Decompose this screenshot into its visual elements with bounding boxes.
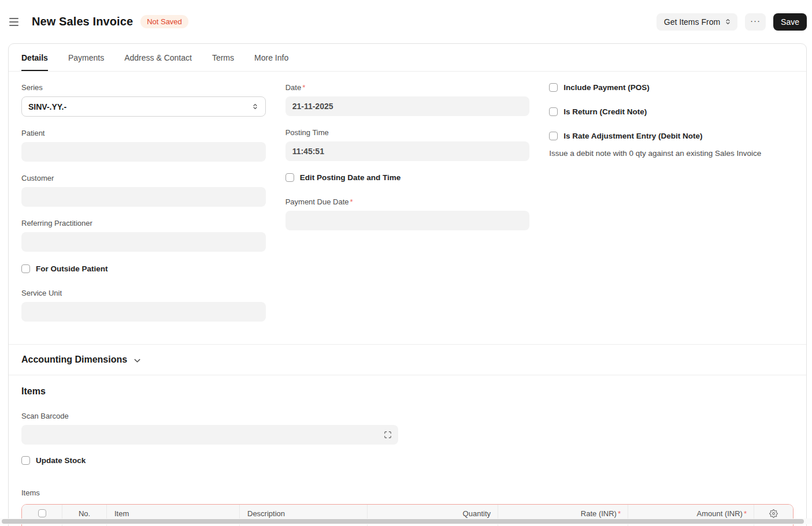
include-payment-pos-row[interactable]: Include Payment (POS) <box>549 83 794 92</box>
edit-posting-label: Edit Posting Date and Time <box>300 173 401 182</box>
form-column-3: Include Payment (POS) Is Return (Credit … <box>549 83 794 334</box>
required-marker: * <box>302 83 305 92</box>
posting-time-field: Posting Time <box>286 128 530 161</box>
patient-input[interactable] <box>21 142 266 162</box>
is-return-label: Is Return (Credit Note) <box>563 107 647 116</box>
scan-barcode-wrap <box>21 425 398 445</box>
posting-time-input[interactable] <box>286 141 530 161</box>
is-rate-adjustment-label: Is Rate Adjustment Entry (Debit Note) <box>563 132 702 140</box>
tab-details[interactable]: Details <box>21 44 48 71</box>
customer-input[interactable] <box>21 187 266 207</box>
series-select[interactable]: SINV-.YY.- <box>21 96 266 117</box>
for-outside-patient-row[interactable]: For Outside Patient <box>21 264 266 273</box>
tab-bar: Details Payments Address & Contact Terms… <box>9 44 806 72</box>
column-header-rate-text: Rate (INR) <box>581 509 617 518</box>
required-marker: * <box>618 509 621 518</box>
customer-field: Customer <box>21 174 266 207</box>
is-return-checkbox[interactable] <box>549 107 558 116</box>
include-payment-pos-label: Include Payment (POS) <box>563 83 650 92</box>
accounting-dimensions-heading: Accounting Dimensions <box>21 355 127 365</box>
payment-due-date-input[interactable] <box>286 211 530 230</box>
tab-terms[interactable]: Terms <box>212 44 234 71</box>
series-label: Series <box>21 83 266 92</box>
update-stock-checkbox[interactable] <box>21 456 30 465</box>
horizontal-scrollbar[interactable] <box>0 518 812 524</box>
select-all-checkbox[interactable] <box>38 509 46 517</box>
scan-icon <box>384 431 392 439</box>
date-label-text: Date <box>286 83 301 92</box>
save-button[interactable]: Save <box>773 13 807 31</box>
payment-due-date-label: Payment Due Date* <box>286 197 530 206</box>
column-header-amount-text: Amount (INR) <box>696 509 742 518</box>
edit-posting-checkbox[interactable] <box>286 173 294 182</box>
items-section: Items Scan Barcode Update Stock Items <box>9 375 806 526</box>
page-title: New Sales Invoice <box>32 15 133 28</box>
more-options-button[interactable]: ··· <box>745 13 766 31</box>
patient-label: Patient <box>21 129 266 137</box>
required-marker: * <box>744 509 747 518</box>
date-field: Date* <box>286 83 530 116</box>
series-field: Series SINV-.YY.- <box>21 83 266 117</box>
details-form: Series SINV-.YY.- Patient Customer Refer… <box>9 72 806 344</box>
update-stock-row[interactable]: Update Stock <box>21 456 794 465</box>
accounting-dimensions-section[interactable]: Accounting Dimensions <box>9 345 806 375</box>
required-marker: * <box>350 197 353 206</box>
service-unit-field: Service Unit <box>21 289 266 322</box>
get-items-from-label: Get Items From <box>664 17 720 27</box>
payment-due-date-field: Payment Due Date* <box>286 197 530 230</box>
get-items-from-button[interactable]: Get Items From <box>657 13 737 31</box>
menu-icon[interactable] <box>9 14 25 30</box>
referring-practitioner-label: Referring Practitioner <box>21 219 266 227</box>
is-rate-adjustment-row[interactable]: Is Rate Adjustment Entry (Debit Note) <box>549 132 794 140</box>
is-rate-adjustment-checkbox[interactable] <box>549 132 558 140</box>
date-label: Date* <box>286 83 530 92</box>
status-badge: Not Saved <box>140 15 188 28</box>
form-column-1: Series SINV-.YY.- Patient Customer Refer… <box>21 83 266 334</box>
select-chevron-icon <box>251 103 259 110</box>
update-stock-label: Update Stock <box>36 456 86 465</box>
items-table-label: Items <box>21 488 794 497</box>
is-return-row[interactable]: Is Return (Credit Note) <box>549 107 794 116</box>
select-chevron-icon <box>724 18 732 25</box>
scan-barcode-field: Scan Barcode <box>21 412 794 445</box>
tab-more-info[interactable]: More Info <box>254 44 288 71</box>
payment-due-date-label-text: Payment Due Date <box>286 197 349 206</box>
chevron-down-icon <box>133 356 142 365</box>
referring-practitioner-input[interactable] <box>21 232 266 252</box>
service-unit-label: Service Unit <box>21 289 266 297</box>
items-section-heading: Items <box>21 386 46 397</box>
service-unit-input[interactable] <box>21 302 266 322</box>
scrollbar-thumb[interactable] <box>2 519 804 524</box>
is-rate-adjustment-help: Issue a debit note with 0 qty against an… <box>549 148 794 159</box>
navbar: New Sales Invoice Not Saved Get Items Fr… <box>0 0 812 43</box>
form-card: Details Payments Address & Contact Terms… <box>8 43 807 526</box>
posting-time-label: Posting Time <box>286 128 530 137</box>
edit-posting-row[interactable]: Edit Posting Date and Time <box>286 173 530 182</box>
series-value: SINV-.YY.- <box>28 102 66 111</box>
referring-practitioner-field: Referring Practitioner <box>21 219 266 252</box>
scan-barcode-label: Scan Barcode <box>21 412 794 420</box>
customer-label: Customer <box>21 174 266 182</box>
scan-barcode-input[interactable] <box>21 425 398 445</box>
tab-address-contact[interactable]: Address & Contact <box>124 44 192 71</box>
date-input[interactable] <box>286 96 530 116</box>
gear-icon[interactable] <box>769 509 778 518</box>
for-outside-patient-label: For Outside Patient <box>36 264 108 273</box>
form-column-2: Date* Posting Time Edit Posting Date and… <box>286 83 530 334</box>
for-outside-patient-checkbox[interactable] <box>21 264 30 273</box>
tab-payments[interactable]: Payments <box>68 44 104 71</box>
include-payment-pos-checkbox[interactable] <box>549 83 558 92</box>
patient-field: Patient <box>21 129 266 162</box>
